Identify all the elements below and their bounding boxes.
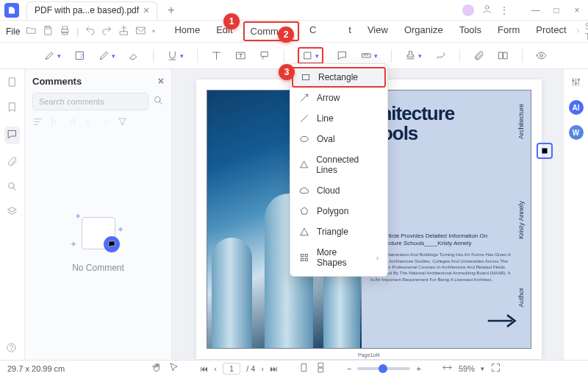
redo-icon[interactable] xyxy=(101,25,112,38)
note-tool[interactable] xyxy=(337,50,348,61)
pencil-tool[interactable]: ▾ xyxy=(98,50,115,61)
close-window-button[interactable]: × xyxy=(570,5,584,15)
save-icon[interactable] xyxy=(43,25,54,38)
menu-form[interactable]: Form xyxy=(492,21,526,41)
shape-more[interactable]: More Shapes› xyxy=(290,242,387,273)
attachments-icon[interactable] xyxy=(7,156,18,169)
attachment-tool[interactable] xyxy=(473,50,484,61)
shape-arrow[interactable]: Arrow xyxy=(290,88,387,108)
close-panel-icon[interactable]: × xyxy=(158,75,164,87)
svg-rect-16 xyxy=(304,52,311,59)
next-page-icon[interactable]: › xyxy=(261,364,264,373)
thumbnails-icon[interactable] xyxy=(7,77,18,90)
shape-connected-lines[interactable]: Connected Lines xyxy=(290,149,387,180)
textbox-tool[interactable] xyxy=(235,50,246,61)
print-icon[interactable] xyxy=(60,25,71,38)
search-tools[interactable]: Search Tools xyxy=(576,21,588,42)
menu-organize[interactable]: Organize xyxy=(398,21,449,41)
ai-badge-icon[interactable] xyxy=(462,4,474,16)
compare-tool[interactable] xyxy=(498,50,509,61)
menu-file[interactable]: File xyxy=(6,26,20,37)
zoom-slider[interactable] xyxy=(357,367,410,370)
minimize-button[interactable]: — xyxy=(529,5,542,15)
search-icon[interactable] xyxy=(153,95,164,108)
svg-rect-25 xyxy=(10,78,15,86)
more-icon[interactable]: ⋮ xyxy=(500,5,509,15)
mail-icon[interactable] xyxy=(135,25,146,38)
arrow-icon xyxy=(487,311,517,333)
share-icon[interactable] xyxy=(118,25,129,38)
svg-point-24 xyxy=(540,54,543,57)
page-number-input[interactable]: 1 xyxy=(223,363,240,375)
first-page-icon[interactable]: ⏮ xyxy=(200,364,208,373)
sort-icon[interactable] xyxy=(32,116,43,130)
callout-tool[interactable] xyxy=(259,50,270,61)
shape-oval[interactable]: Oval xyxy=(290,129,387,149)
menu-convert-cut2[interactable]: t xyxy=(348,21,357,41)
zoom-value[interactable]: 59% xyxy=(459,364,475,373)
single-page-icon[interactable] xyxy=(298,362,309,375)
fit-width-icon[interactable] xyxy=(442,362,453,375)
expand-icon[interactable] xyxy=(49,116,60,130)
crop-selection-icon[interactable] xyxy=(537,143,553,159)
continuous-page-icon[interactable] xyxy=(315,362,326,375)
menu-convert-cut1[interactable]: C xyxy=(304,21,316,41)
fullscreen-icon[interactable] xyxy=(490,362,501,375)
eraser-tool[interactable] xyxy=(129,50,140,61)
filter-icon[interactable] xyxy=(117,116,128,130)
maximize-button[interactable]: □ xyxy=(550,5,563,15)
bookmarks-icon[interactable] xyxy=(7,102,18,115)
shape-line[interactable]: Line xyxy=(290,108,387,129)
open-icon[interactable] xyxy=(26,25,37,38)
collapse-icon[interactable] xyxy=(66,116,77,130)
comments-panel-icon[interactable] xyxy=(4,127,20,144)
account-icon[interactable] xyxy=(481,4,492,17)
menu-view[interactable]: View xyxy=(362,21,394,41)
prev-comment-icon[interactable] xyxy=(83,116,94,130)
svg-line-27 xyxy=(13,188,16,191)
search-panel-icon[interactable] xyxy=(7,181,18,194)
close-tab-icon[interactable]: × xyxy=(143,5,149,15)
layers-icon[interactable] xyxy=(7,206,18,219)
help-icon[interactable] xyxy=(6,342,17,355)
shape-rectangle[interactable]: Rectangle xyxy=(292,67,386,88)
menu-protect[interactable]: Protect xyxy=(530,21,572,41)
svg-rect-15 xyxy=(262,52,268,57)
hide-comments-tool[interactable] xyxy=(536,50,547,61)
shapes-tool[interactable]: ▾ xyxy=(298,47,323,64)
signature-tool[interactable] xyxy=(435,50,446,61)
menu-tools[interactable]: Tools xyxy=(453,21,487,41)
zoom-in-icon[interactable]: + xyxy=(416,364,420,373)
svg-rect-22 xyxy=(499,52,503,59)
side-label-3: Author xyxy=(517,288,525,308)
zoom-out-icon[interactable]: − xyxy=(347,364,351,373)
callout-2: 2 xyxy=(278,26,294,43)
word-export-icon[interactable]: W xyxy=(569,125,584,140)
tab-title: PDF with pa...e based).pdf xyxy=(35,5,139,15)
shape-cloud[interactable]: Cloud xyxy=(290,180,387,201)
stamp-tool[interactable]: ▾ xyxy=(405,50,422,61)
highlight-tool[interactable]: ▾ xyxy=(44,50,61,61)
last-page-icon[interactable]: ⏭ xyxy=(270,364,278,373)
underline-tool[interactable]: ▾ xyxy=(167,50,184,61)
prev-page-icon[interactable]: ‹ xyxy=(214,364,217,373)
adjust-icon[interactable] xyxy=(570,77,581,90)
add-tab-button[interactable]: + xyxy=(168,4,174,17)
text-tool[interactable] xyxy=(211,50,222,61)
shape-polygon[interactable]: Polygon xyxy=(290,201,387,221)
svg-rect-55 xyxy=(318,368,323,372)
shape-triangle[interactable]: Triangle xyxy=(290,221,387,242)
menu-home[interactable]: Home xyxy=(168,21,206,41)
measure-tool[interactable]: ▾ xyxy=(361,50,378,61)
next-comment-icon[interactable] xyxy=(100,116,111,130)
filter-bar xyxy=(32,116,164,130)
hand-tool-icon[interactable] xyxy=(151,362,162,375)
ai-icon[interactable]: AI xyxy=(569,100,584,115)
document-tab[interactable]: PDF with pa...e based).pdf × xyxy=(26,1,157,19)
select-tool-icon[interactable] xyxy=(168,362,179,375)
undo-icon[interactable] xyxy=(85,25,96,38)
area-highlight-tool[interactable] xyxy=(74,50,85,61)
menu-bar: File | ▾ Home Edit Comment C t View Orga… xyxy=(0,21,588,43)
title-bar: PDF with pa...e based).pdf × + ⋮ — □ × xyxy=(0,0,588,21)
search-comments-input[interactable]: Search comments xyxy=(32,93,148,110)
